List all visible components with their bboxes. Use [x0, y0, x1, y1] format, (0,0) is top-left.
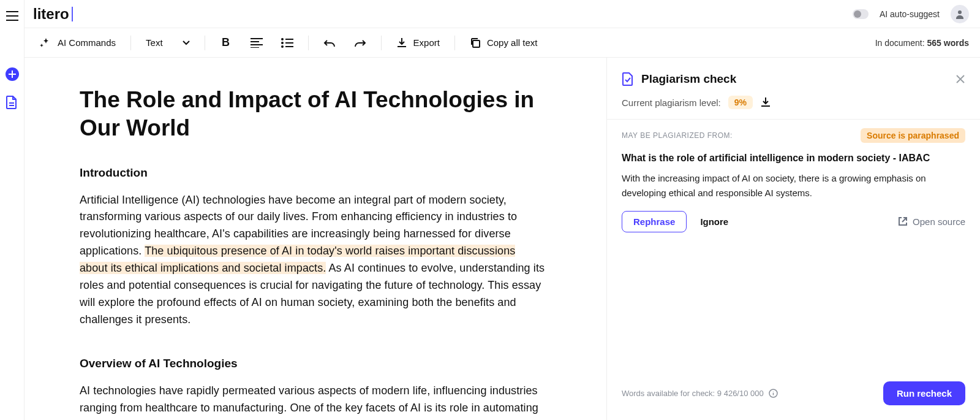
- plagiarism-percent-badge: 9%: [728, 96, 753, 109]
- block-type-select[interactable]: Text: [140, 34, 196, 52]
- ai-autosuggest-label: AI auto-suggest: [880, 9, 940, 19]
- document-icon: [6, 96, 18, 109]
- shield-check-icon: [622, 72, 634, 86]
- open-source-label: Open source: [913, 216, 965, 227]
- app-header: litero AI auto-suggest: [24, 0, 980, 28]
- rephrase-button[interactable]: Rephrase: [622, 211, 687, 232]
- brand-logo[interactable]: litero: [33, 6, 73, 23]
- toolbar-separator: [308, 36, 309, 50]
- svg-point-2: [281, 42, 284, 44]
- left-rail: [0, 0, 24, 420]
- workspace: The Role and Impact of AI Technologies i…: [24, 58, 980, 420]
- current-level-label: Current plagiarism level:: [622, 97, 721, 108]
- export-label: Export: [413, 37, 440, 48]
- download-icon: [760, 97, 771, 108]
- undo-button[interactable]: [317, 35, 342, 51]
- list-button[interactable]: [275, 34, 300, 52]
- copy-icon: [470, 37, 481, 48]
- panel-title-text: Plagiarism check: [641, 72, 736, 86]
- brand-cursor-icon: [72, 7, 73, 21]
- section-body[interactable]: Artificial Intelligence (AI) technologie…: [80, 192, 545, 329]
- ai-commands-label: AI Commands: [58, 37, 116, 48]
- section-body[interactable]: AI technologies have rapidly permeated v…: [80, 383, 545, 420]
- documents-button[interactable]: [6, 96, 19, 109]
- download-icon: [396, 37, 407, 48]
- section-overview: Overview of AI Technologies AI technolog…: [80, 357, 564, 420]
- hamburger-menu-button[interactable]: [5, 9, 20, 23]
- download-report-button[interactable]: [760, 97, 771, 108]
- export-button[interactable]: Export: [390, 34, 446, 52]
- plus-icon: [9, 71, 16, 78]
- editor-toolbar: AI Commands Text B: [24, 28, 980, 58]
- user-icon: [955, 9, 965, 19]
- toolbar-separator: [454, 36, 455, 50]
- external-link-icon: [898, 216, 908, 226]
- svg-point-1: [281, 38, 284, 40]
- align-left-icon: [251, 38, 263, 48]
- brand-text: litero: [33, 6, 69, 23]
- toolbar-separator: [205, 36, 205, 50]
- copy-all-label: Copy all text: [487, 37, 538, 48]
- document-title[interactable]: The Role and Impact of AI Technologies i…: [80, 86, 564, 143]
- paraphrased-chip: Source is paraphrased: [861, 128, 965, 143]
- svg-rect-4: [473, 40, 480, 47]
- word-count: In document: 565 words: [875, 38, 969, 48]
- word-count-label: In document:: [875, 38, 925, 48]
- plagiarism-panel: Plagiarism check Current plagiarism leve…: [606, 58, 980, 420]
- may-be-plagiarized-label: MAY BE PLAGIARIZED FROM:: [622, 131, 733, 140]
- ai-commands-button[interactable]: AI Commands: [33, 33, 122, 53]
- section-heading[interactable]: Introduction: [80, 166, 564, 180]
- section-introduction: Introduction Artificial Intelligence (AI…: [80, 166, 564, 329]
- svg-point-0: [958, 10, 962, 14]
- undo-icon: [323, 39, 336, 47]
- close-icon: [956, 74, 965, 84]
- block-type-value: Text: [146, 37, 163, 48]
- words-quota-text: Words available for check: 9 426/10 000: [622, 389, 764, 398]
- redo-button[interactable]: [348, 35, 372, 51]
- chevron-down-icon: [183, 40, 190, 45]
- ai-autosuggest-toggle[interactable]: [853, 9, 869, 19]
- bold-icon: B: [220, 37, 232, 49]
- open-source-button[interactable]: Open source: [898, 216, 965, 227]
- close-panel-button[interactable]: [956, 74, 965, 84]
- hamburger-icon: [6, 11, 18, 21]
- sparkles-icon: [39, 37, 51, 49]
- source-title: What is the role of artificial intellige…: [622, 151, 965, 165]
- section-heading[interactable]: Overview of AI Technologies: [80, 357, 564, 370]
- document-editor[interactable]: The Role and Impact of AI Technologies i…: [24, 58, 606, 420]
- avatar[interactable]: [951, 5, 969, 23]
- list-icon: [281, 38, 293, 48]
- main-column: litero AI auto-suggest AI Commands: [24, 0, 980, 420]
- svg-point-3: [281, 45, 284, 48]
- word-count-value: 565 words: [927, 38, 969, 48]
- run-recheck-button[interactable]: Run recheck: [883, 381, 965, 405]
- ignore-button[interactable]: Ignore: [700, 216, 728, 227]
- words-quota: Words available for check: 9 426/10 000: [622, 389, 778, 398]
- new-document-button[interactable]: [6, 67, 19, 81]
- copy-all-button[interactable]: Copy all text: [464, 34, 544, 52]
- redo-icon: [354, 39, 366, 47]
- info-icon[interactable]: [769, 389, 778, 398]
- panel-title: Plagiarism check: [622, 72, 736, 86]
- align-button[interactable]: [244, 34, 269, 52]
- toolbar-separator: [130, 36, 131, 50]
- panel-divider: [607, 119, 980, 120]
- toolbar-separator: [381, 36, 382, 50]
- source-excerpt: With the increasing impact of AI on soci…: [622, 171, 965, 200]
- bold-button[interactable]: B: [214, 33, 238, 53]
